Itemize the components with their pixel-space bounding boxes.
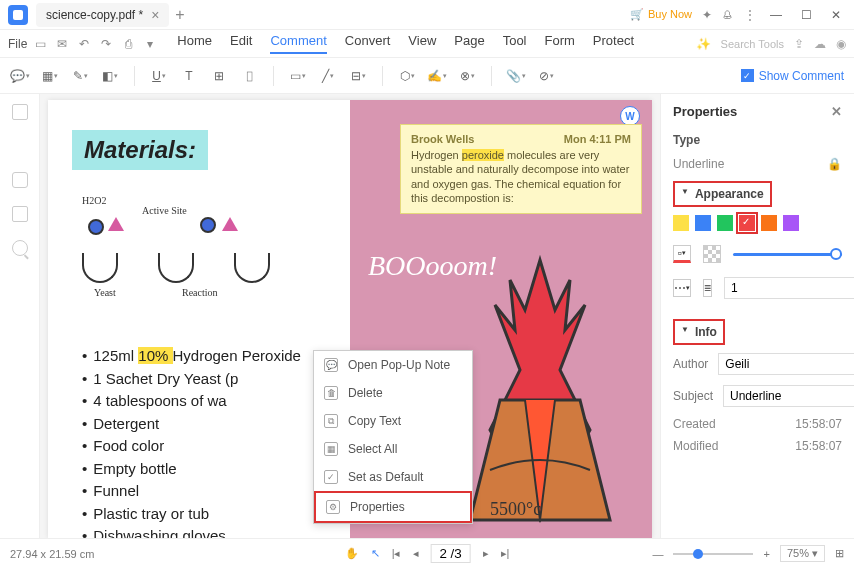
ctx-set-default[interactable]: ✓Set as Default [314, 463, 472, 491]
created-value: 15:58:07 [795, 417, 842, 431]
kebab-icon[interactable]: ⋮ [744, 8, 756, 22]
list-item: •Detergent [82, 413, 301, 436]
swatch-blue[interactable] [695, 215, 711, 231]
cloud-icon[interactable]: ☁ [814, 37, 826, 51]
ctx-copy[interactable]: ⧉Copy Text [314, 407, 472, 435]
stamp-tool-icon[interactable]: ⬡▾ [397, 66, 417, 86]
search-tools[interactable]: Search Tools [721, 38, 784, 50]
measure-tool-icon[interactable]: ⊟▾ [348, 66, 368, 86]
attachment-panel-icon[interactable] [12, 206, 28, 222]
opacity-button[interactable] [703, 245, 721, 263]
menu-home[interactable]: Home [177, 33, 212, 54]
menu-protect[interactable]: Protect [593, 33, 634, 54]
menu-page[interactable]: Page [454, 33, 484, 54]
word-badge-icon: W [620, 106, 640, 126]
thickness-input[interactable] [724, 277, 854, 299]
compare-tool-icon[interactable]: ⊗▾ [457, 66, 477, 86]
first-page-icon[interactable]: |◂ [392, 547, 401, 560]
search-panel-icon[interactable] [12, 240, 28, 256]
select-tool-icon[interactable]: ↖ [371, 547, 380, 560]
maximize-button[interactable]: ☐ [796, 5, 816, 25]
menu-convert[interactable]: Convert [345, 33, 391, 54]
attach-tool-icon[interactable]: 📎▾ [506, 66, 526, 86]
fit-page-icon[interactable]: ⊞ [835, 547, 844, 560]
fill-color-button[interactable]: ▫▾ [673, 245, 691, 263]
comment-panel-icon[interactable] [12, 172, 28, 188]
pencil-tool-icon[interactable]: ✎▾ [70, 66, 90, 86]
menu-form[interactable]: Form [545, 33, 575, 54]
file-menu[interactable]: File [8, 37, 27, 51]
comment-author: Brook Wells [411, 133, 474, 145]
comment-popup[interactable]: Brook Wells Mon 4:11 PM Hydrogen peroxid… [400, 124, 642, 214]
buy-now-link[interactable]: 🛒 Buy Now [630, 8, 692, 21]
line-weight-button[interactable]: ≡ [703, 279, 712, 297]
last-page-icon[interactable]: ▸| [501, 547, 510, 560]
callout-tool-icon[interactable]: ⌷ [239, 66, 259, 86]
print-icon[interactable]: ⎙ [121, 37, 135, 51]
zoom-slider[interactable] [673, 553, 753, 555]
swatch-green[interactable] [717, 215, 733, 231]
author-input[interactable] [718, 353, 854, 375]
signature-tool-icon[interactable]: ✍▾ [427, 66, 447, 86]
menu-edit[interactable]: Edit [230, 33, 252, 54]
swatch-red[interactable] [739, 215, 755, 231]
zoom-value[interactable]: 75% ▾ [780, 545, 825, 562]
temperature-label: 5500°c [490, 499, 541, 520]
hand-tool-icon[interactable]: ✋ [345, 547, 359, 560]
subject-label: Subject [673, 389, 713, 403]
ctx-select-all[interactable]: ▦Select All [314, 435, 472, 463]
textbox-tool-icon[interactable]: ⊞ [209, 66, 229, 86]
share-icon[interactable]: ⇪ [794, 37, 804, 51]
gift-icon[interactable]: ✦ [702, 8, 712, 22]
redo-icon[interactable]: ↷ [99, 37, 113, 51]
line-tool-icon[interactable]: ╱▾ [318, 66, 338, 86]
ctx-properties[interactable]: ⚙Properties [314, 491, 472, 523]
menu-tool[interactable]: Tool [503, 33, 527, 54]
subject-input[interactable] [723, 385, 854, 407]
opacity-slider[interactable] [733, 253, 842, 256]
menu-comment[interactable]: Comment [270, 33, 326, 54]
ctx-open-popup[interactable]: 💬Open Pop-Up Note [314, 351, 472, 379]
zoom-out-icon[interactable]: — [652, 548, 663, 560]
line-style-button[interactable]: ⋯▾ [673, 279, 691, 297]
new-tab-button[interactable]: + [175, 6, 184, 24]
rect-tool-icon[interactable]: ▭▾ [288, 66, 308, 86]
thumbnail-panel-icon[interactable] [12, 104, 28, 120]
chevron-down-icon[interactable]: ▾ [143, 37, 157, 51]
sparkle-icon[interactable]: ✨ [696, 37, 711, 51]
ctx-delete[interactable]: 🗑Delete [314, 379, 472, 407]
ai-icon[interactable]: ◉ [836, 37, 846, 51]
minimize-button[interactable]: — [766, 5, 786, 25]
highlight-tool-icon[interactable]: ▦▾ [40, 66, 60, 86]
hide-tool-icon[interactable]: ⊘▾ [536, 66, 556, 86]
label-reaction: Reaction [182, 287, 218, 298]
close-icon[interactable]: × [151, 7, 159, 23]
chevron-down-icon[interactable]: ▼ [681, 187, 689, 201]
mail-icon[interactable]: ✉ [55, 37, 69, 51]
zoom-in-icon[interactable]: + [763, 548, 769, 560]
underline-tool-icon[interactable]: U▾ [149, 66, 169, 86]
close-icon[interactable]: ✕ [831, 104, 842, 119]
eraser-tool-icon[interactable]: ◧▾ [100, 66, 120, 86]
prev-page-icon[interactable]: ◂ [413, 547, 419, 560]
note-tool-icon[interactable]: 💬▾ [10, 66, 30, 86]
lock-icon[interactable]: 🔒 [827, 157, 842, 171]
swatch-yellow[interactable] [673, 215, 689, 231]
swatch-orange[interactable] [761, 215, 777, 231]
app-icon [8, 5, 28, 25]
text-tool-icon[interactable]: T [179, 66, 199, 86]
document-canvas[interactable]: Materials: H2O2 Active Site Yeast Reacti… [40, 94, 660, 538]
save-icon[interactable]: ▭ [33, 37, 47, 51]
next-page-icon[interactable]: ▸ [483, 547, 489, 560]
undo-icon[interactable]: ↶ [77, 37, 91, 51]
close-button[interactable]: ✕ [826, 5, 846, 25]
bell-icon[interactable]: 🕭 [722, 8, 734, 22]
bookmark-panel-icon[interactable] [13, 138, 27, 154]
document-tab[interactable]: science-copy.pdf * × [36, 3, 169, 27]
show-comment-checkbox[interactable]: ✓ [741, 69, 754, 82]
menu-view[interactable]: View [408, 33, 436, 54]
page-input[interactable] [431, 544, 471, 563]
properties-title: Properties [673, 104, 737, 119]
swatch-purple[interactable] [783, 215, 799, 231]
chevron-down-icon[interactable]: ▼ [681, 325, 689, 339]
